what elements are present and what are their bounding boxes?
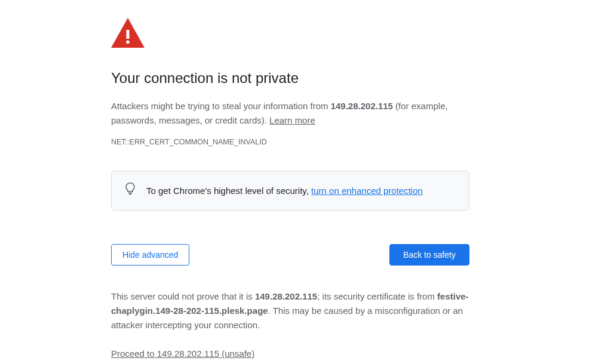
description-prefix: Attackers might be trying to steal your … <box>111 101 331 111</box>
page-title: Your connection is not private <box>111 69 469 87</box>
svg-rect-1 <box>127 30 130 39</box>
info-prefix: To get Chrome's highest level of securit… <box>146 186 311 196</box>
enhanced-protection-banner: To get Chrome's highest level of securit… <box>111 171 469 211</box>
advanced-details: This server could not prove that it is 1… <box>111 289 469 332</box>
button-row: Hide advanced Back to safety <box>111 244 469 266</box>
error-code: NET::ERR_CERT_COMMON_NAME_INVALID <box>111 136 469 148</box>
svg-rect-2 <box>127 41 130 44</box>
warning-triangle-icon <box>111 18 469 52</box>
advanced-host: 149.28.202.115 <box>255 291 317 301</box>
back-to-safety-button[interactable]: Back to safety <box>389 244 469 266</box>
enhanced-protection-link[interactable]: turn on enhanced protection <box>311 186 423 196</box>
description-host: 149.28.202.115 <box>331 101 393 111</box>
advanced-part2: ; its security certificate is from <box>317 291 437 301</box>
enhanced-protection-text: To get Chrome's highest level of securit… <box>146 184 423 198</box>
hide-advanced-button[interactable]: Hide advanced <box>111 244 189 266</box>
advanced-part1: This server could not prove that it is <box>111 291 255 301</box>
learn-more-link[interactable]: Learn more <box>269 115 315 125</box>
proceed-unsafe-link[interactable]: Proceed to 149.28.202.115 (unsafe) <box>111 348 254 359</box>
ssl-warning-interstitial: Your connection is not private Attackers… <box>111 0 469 364</box>
warning-description: Attackers might be trying to steal your … <box>111 99 469 128</box>
lightbulb-icon <box>125 182 136 199</box>
